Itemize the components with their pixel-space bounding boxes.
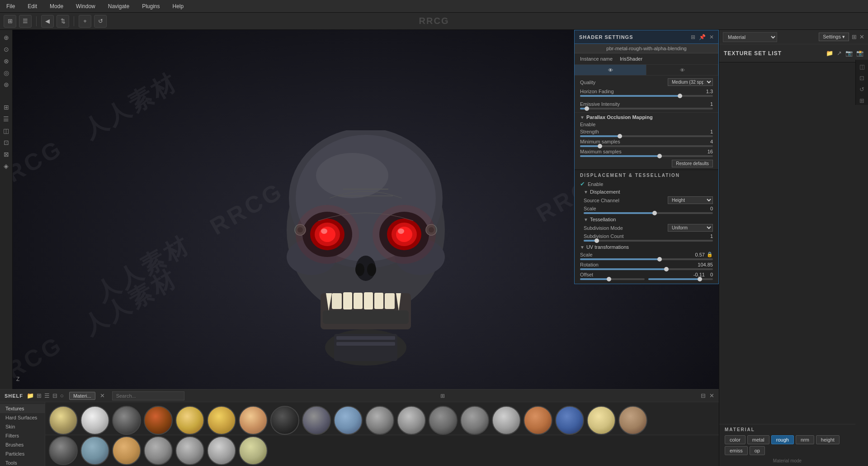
parallax-collapse-icon[interactable]: ▼: [580, 115, 585, 120]
shelf-item-concrete-b[interactable]: Concrete B...: [365, 406, 394, 435]
toolbar-btn-prev[interactable]: ◀: [41, 15, 54, 28]
emissive-intensity-slider[interactable]: [580, 108, 713, 109]
shelf-circle-icon[interactable]: ○: [60, 392, 64, 399]
shelf-item-concrete-s[interactable]: Concrete S...: [492, 406, 521, 435]
min-samples-slider[interactable]: [580, 145, 713, 147]
shelf-search-input[interactable]: [112, 391, 184, 400]
toolbar-btn-reset[interactable]: ↺: [94, 15, 107, 28]
shelf-item-concrete-sl[interactable]: Concrete Sl...: [460, 406, 489, 435]
mode-dropdown[interactable]: Material: [723, 32, 777, 42]
panel-close-icon[interactable]: ✕: [859, 33, 864, 40]
strength-slider[interactable]: [580, 135, 713, 137]
camera-icon[interactable]: 📷: [845, 50, 853, 57]
shelf-close-icon[interactable]: ✕: [709, 392, 714, 399]
shelf-item-artificial-lea[interactable]: Artificial Lea...: [112, 406, 141, 435]
shelf-cat-filters[interactable]: Filters: [0, 431, 45, 440]
shelf-cat-hard-surfaces[interactable]: Hard Surfaces: [0, 413, 45, 422]
shelf-item-r2-4[interactable]: [144, 436, 173, 465]
shelf-item-concrete-cl[interactable]: Concrete Cl...: [397, 406, 426, 435]
left-sidebar-btn-1[interactable]: ⊕: [1, 33, 11, 43]
uv-scale-slider[interactable]: [580, 258, 713, 260]
shelf-grid-icon[interactable]: ⊞: [37, 392, 42, 399]
toolbar-btn-list[interactable]: ☰: [19, 15, 32, 28]
settings-button[interactable]: Settings ▾: [819, 33, 849, 41]
left-sidebar-btn-5[interactable]: ⊛: [1, 80, 11, 90]
displacement-collapse-icon[interactable]: ▼: [584, 190, 588, 195]
shelf-list-icon[interactable]: ☰: [44, 392, 50, 399]
left-sidebar-btn-11[interactable]: ◈: [1, 161, 11, 171]
shelf-item-r2-5[interactable]: [175, 436, 204, 465]
left-sidebar-btn-2[interactable]: ⊙: [1, 44, 11, 54]
shelf-item-calf-skin[interactable]: Calf Skin: [239, 406, 268, 435]
shelf-item-r2-6[interactable]: [207, 436, 236, 465]
shelf-tab-close[interactable]: ✕: [100, 392, 105, 399]
toolbar-btn-grid[interactable]: ⊞: [4, 15, 16, 28]
toolbar-btn-flip[interactable]: ⇅: [57, 15, 69, 28]
shelf-minimize-icon[interactable]: ⊟: [701, 392, 706, 399]
btn-color[interactable]: color: [725, 435, 745, 444]
shelf-item-cobalt-pure[interactable]: Cobalt Pure: [334, 406, 363, 435]
lock-icon[interactable]: 🔒: [707, 252, 713, 257]
outer-icon-1[interactable]: ◫: [859, 62, 866, 71]
outer-icon-2[interactable]: ⊡: [859, 74, 865, 82]
shelf-item-denim-rivet[interactable]: Denim Rivet: [555, 406, 584, 435]
menu-window[interactable]: Window: [73, 2, 98, 10]
shelf-item-fabric-base[interactable]: Fabric Base...: [618, 406, 647, 435]
btn-rough[interactable]: rough: [771, 435, 794, 444]
shader-maximize-icon[interactable]: ⊞: [691, 34, 695, 40]
toolbar-btn-add[interactable]: +: [79, 15, 91, 28]
left-sidebar-btn-10[interactable]: ⊠: [1, 149, 11, 159]
shelf-item-concrete-d[interactable]: Concrete D...: [429, 406, 458, 435]
uv-collapse-icon[interactable]: ▼: [580, 245, 585, 250]
btn-height[interactable]: height: [816, 435, 840, 444]
menu-help[interactable]: Help: [170, 2, 186, 10]
left-sidebar-btn-9[interactable]: ⊡: [1, 138, 11, 147]
shader-tab-eye1[interactable]: 👁: [575, 65, 646, 75]
btn-op[interactable]: op: [750, 446, 765, 455]
outer-icon-4[interactable]: ⊞: [859, 96, 865, 105]
max-samples-slider[interactable]: [580, 155, 713, 157]
export-icon[interactable]: ↗: [837, 50, 842, 57]
shader-tab-eye2[interactable]: 👁: [646, 65, 718, 75]
offset-slider-x[interactable]: [580, 278, 645, 280]
shelf-cat-particles[interactable]: Particles: [0, 449, 45, 458]
shelf-item-aluminium2[interactable]: Aluminium ...: [80, 406, 109, 435]
shelf-item-fabric-bam[interactable]: Fabric Bam...: [587, 406, 616, 435]
left-sidebar-btn-3[interactable]: ⊗: [1, 56, 11, 66]
shelf-item-autumn-leaf[interactable]: Autumn Leaf: [144, 406, 173, 435]
scale-slider[interactable]: [584, 212, 713, 214]
left-sidebar-btn-6[interactable]: ⊞: [1, 102, 11, 112]
subdivision-mode-dropdown[interactable]: Uniform: [668, 224, 713, 232]
displacement-enable-check[interactable]: ✔: [580, 181, 585, 187]
source-channel-dropdown[interactable]: Height: [668, 196, 713, 204]
folder-icon[interactable]: 📁: [826, 50, 833, 57]
tessellation-collapse-icon[interactable]: ▼: [584, 217, 588, 222]
restore-defaults-btn[interactable]: Restore defaults: [672, 160, 713, 167]
shelf-item-r2-2[interactable]: [80, 436, 109, 465]
shelf-view-grid-btn[interactable]: ⊞: [438, 391, 447, 400]
shelf-cat-brushes[interactable]: Brushes: [0, 440, 45, 449]
shelf-item-aluminium1[interactable]: Aluminium ...: [49, 406, 78, 435]
left-sidebar-btn-4[interactable]: ◎: [1, 68, 11, 78]
btn-nrm[interactable]: nrm: [796, 435, 814, 444]
shader-close-icon[interactable]: ✕: [709, 34, 714, 40]
shelf-tab-active[interactable]: Materi...: [69, 392, 95, 400]
shelf-item-brass-pure[interactable]: Brass Pure: [207, 406, 236, 435]
shelf-item-r2-3[interactable]: [112, 436, 141, 465]
shelf-item-r2-1[interactable]: [49, 436, 78, 465]
horizon-fading-slider[interactable]: [580, 95, 713, 97]
menu-file[interactable]: File: [4, 2, 18, 10]
shelf-item-baked-light[interactable]: Baked Light ...: [175, 406, 204, 435]
left-sidebar-btn-7[interactable]: ☰: [1, 114, 11, 124]
subdivision-count-slider[interactable]: [584, 240, 713, 242]
btn-emiss[interactable]: emiss: [725, 446, 748, 455]
rotation-slider[interactable]: [580, 268, 713, 270]
shelf-folder-icon[interactable]: 📁: [27, 392, 34, 399]
btn-metal[interactable]: metal: [747, 435, 769, 444]
shelf-item-carbon-fiber[interactable]: Carbon Fiber: [270, 406, 299, 435]
shelf-item-r2-7[interactable]: [239, 436, 268, 465]
menu-navigate[interactable]: Navigate: [105, 2, 132, 10]
menu-edit[interactable]: Edit: [25, 2, 40, 10]
left-sidebar-btn-8[interactable]: ◫: [1, 126, 11, 136]
outer-icon-3[interactable]: ↺: [859, 85, 865, 94]
